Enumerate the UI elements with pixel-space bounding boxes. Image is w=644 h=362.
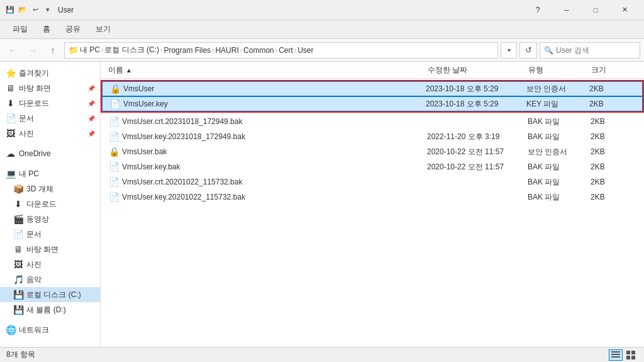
- sidebar-label-onedrive: OneDrive: [19, 149, 51, 158]
- titlebar-new-icon[interactable]: 📂: [18, 5, 28, 15]
- file-date-cell: 2023-10-18 오후 5:29: [423, 84, 524, 94]
- sidebar-item-mypc[interactable]: 💻 내 PC: [0, 166, 100, 181]
- col-header-name[interactable]: 이름 ▲: [106, 62, 425, 78]
- search-icon: 🔍: [544, 46, 553, 55]
- sidebar-label-mypc: 내 PC: [19, 169, 39, 179]
- sidebar-item-onedrive[interactable]: ☁ OneDrive: [0, 146, 100, 161]
- sidebar: ⭐ 즐겨찾기 🖥 바탕 화면 📌 ⬇ 다운로드 📌 📄 문서 📌 🖼 사진: [0, 62, 101, 347]
- refresh-button[interactable]: ↺: [519, 42, 537, 59]
- back-button[interactable]: ←: [4, 42, 21, 59]
- window-controls: ? ─ □ ✕: [523, 0, 639, 20]
- cert-icon: 🔒: [110, 84, 121, 94]
- ribbon-tab-share[interactable]: 공유: [58, 20, 88, 38]
- col-header-size[interactable]: 크기: [589, 62, 639, 78]
- table-row[interactable]: 📄 VmsUser.key 2023-10-18 오후 5:29 KEY 파일 …: [102, 96, 643, 111]
- file-size-cell: 2KB: [588, 132, 638, 141]
- disk-c-icon: 💾: [13, 290, 24, 300]
- file-type-cell: BAK 파일: [525, 162, 588, 173]
- sidebar-favorites: ⭐ 즐겨찾기 🖥 바탕 화면 📌 ⬇ 다운로드 📌 📄 문서 📌 🖼 사진: [0, 64, 100, 142]
- maximize-button[interactable]: □: [581, 0, 610, 20]
- sidebar-item-localdisk-c[interactable]: 💾 로컬 디스크 (C:): [0, 287, 100, 302]
- file-type-cell: BAK 파일: [525, 116, 588, 127]
- sidebar-item-photos2[interactable]: 🖼 사진: [0, 257, 100, 272]
- statusbar: 8개 항목: [0, 347, 644, 362]
- file-date-cell: 2023-10-18 오후 5:29: [423, 99, 524, 110]
- download-icon2: ⬇: [13, 199, 24, 209]
- sidebar-label-desktop1: 바탕 화면: [19, 83, 51, 94]
- sidebar-item-network[interactable]: 🌐 네트워크: [0, 322, 100, 337]
- sidebar-item-download2[interactable]: ⬇ 다운로드: [0, 196, 100, 212]
- video-icon: 🎬: [13, 214, 24, 224]
- col-header-date[interactable]: 수정한 날짜: [425, 62, 526, 78]
- close-button[interactable]: ✕: [610, 0, 639, 20]
- path-dropdown-button[interactable]: ▾: [501, 42, 517, 59]
- path-item-common[interactable]: Common: [243, 46, 274, 55]
- table-row[interactable]: 📄 VmsUser.crt.20201022_115732.bak BAK 파일…: [101, 174, 644, 189]
- photos-icon2: 🖼: [13, 259, 24, 269]
- desktop-icon: 🖥: [5, 83, 16, 93]
- path-item-hauri[interactable]: HAURI: [215, 46, 238, 55]
- titlebar-save-icon[interactable]: 💾: [5, 5, 15, 15]
- key-file-icon: 📄: [110, 99, 121, 109]
- ribbon-tab-view[interactable]: 보기: [88, 20, 118, 38]
- sidebar-item-docs2[interactable]: 📄 문서: [0, 227, 100, 242]
- minimize-button[interactable]: ─: [552, 0, 581, 20]
- file-size-cell: 2KB: [588, 117, 638, 126]
- sidebar-item-favorites[interactable]: ⭐ 즐겨찾기: [0, 65, 100, 81]
- titlebar-dropdown-icon[interactable]: ▾: [43, 5, 53, 15]
- ribbon-tab-home[interactable]: 홈: [35, 20, 58, 38]
- sidebar-label-localdisk-c: 로컬 디스크 (C:): [26, 290, 81, 300]
- bak-icon: 📄: [109, 116, 119, 127]
- path-item-user[interactable]: User: [297, 46, 313, 55]
- list-view-button[interactable]: [609, 349, 623, 361]
- col-header-type[interactable]: 유형: [526, 62, 589, 78]
- sidebar-item-photos1[interactable]: 🖼 사진 📌: [0, 126, 100, 141]
- search-input[interactable]: [556, 46, 636, 55]
- file-type-cell: BAK 파일: [525, 192, 588, 203]
- pin-icon2[interactable]: 📌: [87, 100, 95, 107]
- sidebar-item-new-volume[interactable]: 💾 새 볼륨 (D:): [0, 302, 100, 317]
- table-row[interactable]: 📄 VmsUser.key.20201022_115732.bak BAK 파일…: [101, 189, 644, 205]
- file-name-cell: 🔒 VmsUser: [108, 84, 423, 94]
- file-date-cell: 2020-10-22 오전 11:57: [425, 147, 525, 157]
- ribbon-tab-list: 파일 홈 공유 보기: [0, 20, 644, 38]
- table-row[interactable]: 📄 VmsUser.key.20231018_172949.bak 2022-1…: [101, 129, 644, 144]
- sidebar-item-desktop2[interactable]: 🖥 바탕 화면: [0, 242, 100, 257]
- sidebar-item-music[interactable]: 🎵 음악: [0, 272, 100, 287]
- path-item-pc[interactable]: 내 PC: [80, 45, 100, 55]
- sidebar-label-new-volume: 새 볼륨 (D:): [26, 305, 66, 315]
- pin-icon4[interactable]: 📌: [87, 130, 95, 137]
- sidebar-item-video[interactable]: 🎬 동영상: [0, 212, 100, 227]
- address-bar: ← → ↑ 📁 내 PC › 로컬 디스크 (C:) › Program Fil…: [0, 39, 644, 62]
- sidebar-item-docs1[interactable]: 📄 문서 📌: [0, 111, 100, 126]
- sidebar-item-desktop1[interactable]: 🖥 바탕 화면 📌: [0, 81, 100, 96]
- forward-button[interactable]: →: [24, 42, 42, 59]
- 3d-icon: 📦: [13, 184, 24, 194]
- address-path[interactable]: 📁 내 PC › 로컬 디스크 (C:) › Program Files › H…: [64, 42, 498, 59]
- svg-rect-2: [611, 356, 620, 358]
- column-headers: 이름 ▲ 수정한 날짜 유형 크기: [101, 62, 644, 79]
- file-date-cell: 2020-10-22 오전 11:57: [425, 162, 525, 173]
- ribbon-tab-file[interactable]: 파일: [5, 20, 35, 38]
- sidebar-item-3d[interactable]: 📦 3D 개체: [0, 181, 100, 196]
- table-row[interactable]: 🔒 VmsUser 2023-10-18 오후 5:29 보안 인증서 2KB: [102, 81, 643, 96]
- window-title: User: [58, 6, 523, 14]
- up-button[interactable]: ↑: [44, 42, 62, 59]
- help-button[interactable]: ?: [523, 0, 552, 20]
- path-item-cert[interactable]: Cert: [279, 46, 293, 55]
- table-row[interactable]: 📄 VmsUser.crt.20231018_172949.bak BAK 파일…: [101, 114, 644, 129]
- file-list: 🔒 VmsUser 2023-10-18 오후 5:29 보안 인증서 2KB …: [101, 79, 644, 347]
- file-size-cell: 2KB: [587, 99, 637, 108]
- bak-icon5: 📄: [109, 192, 119, 202]
- file-type-cell: 보안 인증서: [525, 147, 588, 157]
- sidebar-item-download1[interactable]: ⬇ 다운로드 📌: [0, 96, 100, 111]
- path-item-programfiles[interactable]: Program Files: [164, 46, 211, 55]
- path-item-c[interactable]: 로컬 디스크 (C:): [104, 45, 159, 55]
- titlebar-undo-icon[interactable]: ↩: [30, 5, 40, 15]
- pin-icon[interactable]: 📌: [87, 85, 95, 92]
- table-row[interactable]: 🔒 VmsUser.bak 2020-10-22 오전 11:57 보안 인증서…: [101, 144, 644, 159]
- file-size-cell: 2KB: [588, 162, 638, 171]
- grid-view-button[interactable]: [624, 349, 638, 361]
- pin-icon3[interactable]: 📌: [87, 115, 95, 122]
- table-row[interactable]: 📄 VmsUser.key.bak 2020-10-22 오전 11:57 BA…: [101, 159, 644, 174]
